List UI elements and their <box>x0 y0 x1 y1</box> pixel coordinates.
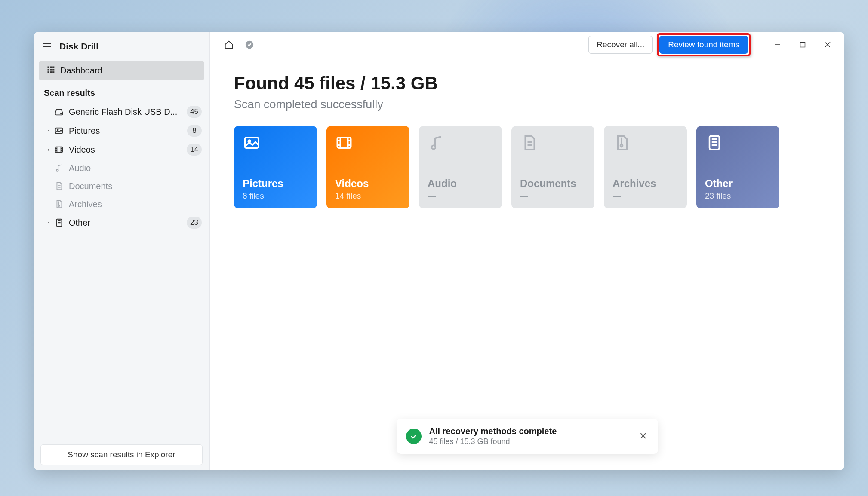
svg-rect-9 <box>48 71 49 73</box>
count-badge: 23 <box>187 217 202 229</box>
tile-other[interactable]: Other 23 files <box>696 126 779 208</box>
sidebar-item-label: Documents <box>69 181 203 191</box>
topbar: Recover all... Review found items <box>210 32 844 58</box>
other-icon <box>53 217 65 228</box>
home-icon[interactable] <box>223 39 235 51</box>
sidebar-item-videos[interactable]: › Videos 14 <box>34 140 209 159</box>
nav-dashboard[interactable]: Dashboard <box>39 61 204 80</box>
count-badge: 14 <box>187 144 202 156</box>
sidebar-item-label: Audio <box>69 163 203 173</box>
tile-archives: Archives — <box>604 126 687 208</box>
maximize-icon[interactable] <box>790 34 815 55</box>
svg-rect-11 <box>52 71 54 73</box>
results-subhead: Scan completed successfully <box>234 98 820 111</box>
svg-rect-15 <box>55 147 63 153</box>
svg-rect-3 <box>48 67 49 68</box>
svg-rect-8 <box>52 69 54 70</box>
results-headline: Found 45 files / 15.3 GB <box>234 73 820 94</box>
sidebar-header: Disk Drill <box>34 36 209 59</box>
tile-title: Archives <box>613 178 678 190</box>
count-badge: 45 <box>187 106 202 118</box>
completion-toast: All recovery methods complete 45 files /… <box>397 419 658 454</box>
tile-sub: 8 files <box>243 191 308 201</box>
sidebar-item-disk[interactable]: › Generic Flash Disk USB D... 45 <box>34 102 209 121</box>
tile-sub: — <box>613 191 678 201</box>
svg-point-26 <box>58 205 60 206</box>
check-circle-icon <box>406 429 422 444</box>
sidebar: Disk Drill Dashboard Scan results › Gene… <box>34 32 210 470</box>
tile-documents: Documents — <box>511 126 594 208</box>
chevron-icon[interactable]: › <box>44 219 53 226</box>
svg-rect-33 <box>800 43 805 47</box>
svg-rect-7 <box>50 69 52 70</box>
category-tiles: Pictures 8 files Videos 14 files Audio — <box>234 126 820 208</box>
sidebar-item-label: Archives <box>69 199 203 209</box>
window-controls <box>765 34 840 55</box>
recover-all-button[interactable]: Recover all... <box>588 36 653 54</box>
document-icon <box>53 181 65 192</box>
minimize-icon[interactable] <box>765 34 790 55</box>
audio-icon <box>53 162 65 174</box>
check-status-icon[interactable] <box>243 39 255 51</box>
other-icon <box>705 134 723 152</box>
sidebar-item-documents[interactable]: › Documents <box>34 177 209 195</box>
nav-dashboard-label: Dashboard <box>60 66 102 76</box>
content-area: Found 45 files / 15.3 GB Scan completed … <box>210 58 844 224</box>
sidebar-item-label: Videos <box>69 145 187 155</box>
sidebar-item-archives[interactable]: › Archives <box>34 195 209 213</box>
chevron-icon[interactable]: › <box>44 146 53 153</box>
sidebar-item-pictures[interactable]: › Pictures 8 <box>34 121 209 140</box>
tile-sub: 23 files <box>705 191 771 201</box>
svg-point-49 <box>620 144 622 147</box>
sidebar-item-audio[interactable]: › Audio <box>34 159 209 177</box>
svg-point-45 <box>432 145 436 149</box>
svg-point-12 <box>61 113 62 114</box>
chevron-icon[interactable]: › <box>44 127 53 134</box>
tile-title: Other <box>705 178 771 190</box>
tile-title: Audio <box>428 178 493 190</box>
topbar-left <box>223 39 255 51</box>
app-window: Disk Drill Dashboard Scan results › Gene… <box>34 32 844 470</box>
disk-icon <box>53 106 65 117</box>
count-badge: 8 <box>187 125 202 137</box>
archive-icon <box>613 134 631 152</box>
video-icon <box>53 144 65 155</box>
sidebar-section-label: Scan results <box>34 82 209 102</box>
svg-rect-5 <box>52 67 54 68</box>
tile-title: Videos <box>335 178 401 190</box>
toast-body: All recovery methods complete 45 files /… <box>429 426 630 446</box>
sidebar-footer: Show scan results in Explorer <box>34 439 209 470</box>
document-icon <box>520 134 538 152</box>
app-title: Disk Drill <box>59 41 98 52</box>
toast-close-icon[interactable]: ✕ <box>637 431 649 442</box>
picture-icon <box>243 134 261 152</box>
tile-title: Pictures <box>243 178 308 190</box>
archive-icon <box>53 199 65 210</box>
close-icon[interactable] <box>815 34 840 55</box>
main-panel: Recover all... Review found items Found … <box>210 32 844 470</box>
tile-audio: Audio — <box>419 126 502 208</box>
video-icon <box>335 134 353 152</box>
svg-rect-6 <box>48 69 49 70</box>
show-in-explorer-button[interactable]: Show scan results in Explorer <box>40 444 203 465</box>
svg-rect-10 <box>50 71 52 73</box>
toast-sub: 45 files / 15.3 GB found <box>429 437 630 446</box>
sidebar-item-other[interactable]: › Other 23 <box>34 213 209 232</box>
sidebar-item-label: Generic Flash Disk USB D... <box>69 107 187 117</box>
picture-icon <box>53 125 65 136</box>
tile-title: Documents <box>520 178 586 190</box>
sidebar-item-label: Other <box>69 218 187 228</box>
dashboard-grid-icon <box>46 65 55 76</box>
tile-videos[interactable]: Videos 14 files <box>326 126 409 208</box>
audio-icon <box>428 134 446 152</box>
svg-rect-38 <box>337 138 351 148</box>
tile-sub: 14 files <box>335 191 401 201</box>
highlight-annotation: Review found items <box>657 33 751 56</box>
toast-title: All recovery methods complete <box>429 426 630 436</box>
hamburger-icon[interactable] <box>42 41 52 52</box>
svg-rect-4 <box>50 67 52 68</box>
tile-sub: — <box>520 191 586 201</box>
sidebar-item-label: Pictures <box>69 126 187 136</box>
tile-pictures[interactable]: Pictures 8 files <box>234 126 317 208</box>
review-found-items-button[interactable]: Review found items <box>659 36 748 54</box>
